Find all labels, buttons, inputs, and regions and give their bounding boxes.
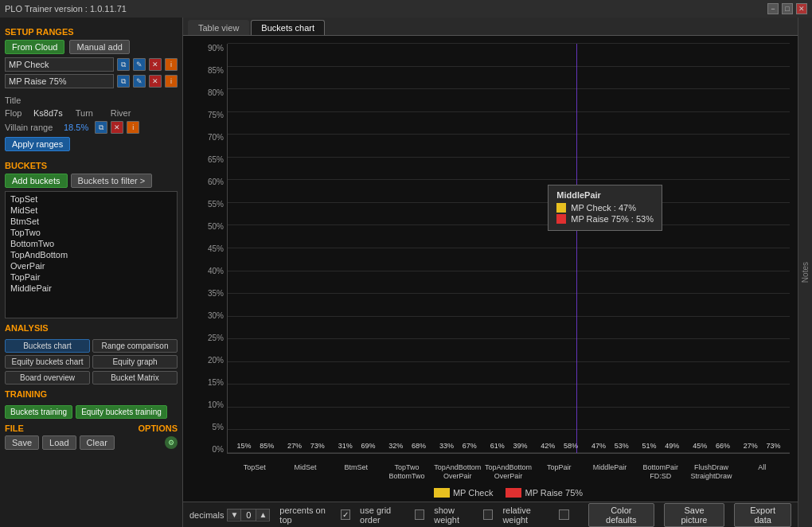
range2-info-icon[interactable]: i [165, 75, 178, 88]
villain-copy-icon[interactable]: ⧉ [95, 121, 107, 134]
y-label: 5% [213, 423, 224, 431]
bucket-bottomtwo[interactable]: BottomTwo [7, 238, 175, 249]
decimals-stepper[interactable]: ▼ 0 ▲ [227, 509, 270, 521]
y-label: 25% [208, 334, 224, 342]
y-label: 45% [208, 244, 224, 253]
bar-label-red: 58% [560, 442, 582, 450]
grid-order-item: use grid order [360, 506, 424, 525]
y-label: 50% [208, 222, 224, 231]
y-label: 30% [208, 311, 224, 320]
range-copy-icon[interactable]: ⧉ [117, 58, 130, 71]
y-label: 85% [208, 66, 224, 75]
minimize-button[interactable]: − [767, 3, 779, 14]
bucket-midset[interactable]: MidSet [7, 205, 175, 216]
y-label: 65% [208, 155, 224, 164]
y-label: 40% [208, 267, 224, 275]
range2-copy-icon[interactable]: ⧉ [117, 75, 130, 88]
range-edit-icon[interactable]: ✎ [133, 58, 146, 71]
equity-graph-button[interactable]: Equity graph [92, 355, 178, 369]
chart-legend: MP Check MP Raise 75% [227, 488, 790, 498]
relative-weight-item: relative weight [502, 506, 568, 525]
buckets-to-filter-button[interactable]: Buckets to filter > [71, 174, 153, 188]
bucket-topandbottom[interactable]: TopAndBottom [7, 249, 175, 260]
buckets-list: TopSet MidSet BtmSet TopTwo BottomTwo To… [5, 191, 178, 318]
y-label: 75% [208, 111, 224, 119]
export-data-button[interactable]: Export data [734, 503, 791, 527]
x-label: All [737, 463, 787, 482]
decimals-down[interactable]: ▼ [228, 509, 240, 520]
bar-label-yellow: 15% [233, 442, 256, 450]
range2-delete-icon[interactable]: ✕ [149, 75, 162, 88]
grid-order-checkbox[interactable] [415, 509, 424, 520]
percents-item: percents on top ✓ [279, 506, 350, 525]
maximize-button[interactable]: □ [782, 3, 793, 14]
percents-label: percents on top [279, 506, 337, 525]
bar-label-yellow: 47% [588, 442, 610, 450]
bucket-overpair[interactable]: OverPair [7, 260, 175, 271]
bar-label-red: 85% [256, 442, 278, 450]
show-weight-label: show weight [434, 506, 480, 525]
x-label: TopPair [534, 463, 584, 482]
clear-button[interactable]: Clear [80, 435, 115, 450]
equity-buckets-training-button[interactable]: Equity buckets training [76, 405, 167, 419]
decimals-up[interactable]: ▲ [256, 509, 269, 520]
buckets-title: BUCKETS [5, 161, 178, 170]
grid-order-label: use grid order [360, 506, 412, 525]
analysis-title: ANALYSIS [5, 323, 178, 333]
bucket-middlepair[interactable]: MiddlePair [7, 283, 175, 294]
range-comparison-button[interactable]: Range comparison [92, 339, 178, 353]
x-label: TopAndBottomOverPair [433, 463, 482, 482]
villain-delete-icon[interactable]: ✕ [111, 121, 123, 134]
manual-add-button[interactable]: Manual add [69, 40, 130, 54]
close-button[interactable]: ✕ [796, 3, 807, 14]
percents-checkbox[interactable]: ✓ [341, 509, 350, 520]
range2-edit-icon[interactable]: ✎ [133, 75, 146, 88]
sidebar-text: Notes [801, 262, 810, 283]
show-weight-checkbox[interactable] [483, 509, 493, 520]
file-title: FILE [5, 424, 24, 433]
bucket-btmset[interactable]: BtmSet [7, 216, 175, 227]
range-info-icon[interactable]: i [165, 58, 178, 71]
bar-label-red: 68% [408, 442, 430, 450]
options-icon[interactable]: ⚙ [165, 436, 178, 449]
y-label: 20% [208, 356, 224, 365]
bar-label-red: 67% [459, 442, 481, 450]
title-label: Title [5, 96, 21, 105]
equity-buckets-chart-button[interactable]: Equity buckets chart [5, 355, 90, 369]
save-picture-button[interactable]: Save picture [664, 503, 724, 527]
app-title: PLO Trainer version : 1.0.11.71 [5, 4, 127, 14]
relative-weight-label: relative weight [502, 506, 556, 525]
show-weight-item: show weight [434, 506, 493, 525]
bucket-toptwo[interactable]: TopTwo [7, 227, 175, 238]
x-label: BottomPairFD:SD [636, 463, 685, 482]
legend-red-box [506, 488, 521, 498]
save-button[interactable]: Save [5, 435, 39, 450]
bar-label-red: 69% [357, 442, 380, 450]
villain-info-icon[interactable]: i [127, 121, 139, 134]
bucket-toppair[interactable]: TopPair [7, 271, 175, 283]
buckets-chart-button[interactable]: Buckets chart [5, 339, 90, 353]
right-panel: Table view Buckets chart 90%85%80%75%70%… [183, 18, 798, 527]
bar-label-yellow: 33% [435, 442, 458, 450]
y-label: 15% [208, 378, 224, 387]
range-delete-icon[interactable]: ✕ [149, 58, 162, 71]
bucket-topset[interactable]: TopSet [7, 193, 175, 205]
buckets-training-button[interactable]: Buckets training [5, 405, 72, 419]
bar-label-yellow: 32% [385, 442, 408, 450]
bucket-matrix-button[interactable]: Bucket Matrix [92, 371, 178, 385]
bar-label-red: 66% [712, 442, 734, 450]
relative-weight-checkbox[interactable] [559, 509, 568, 520]
river-label: River [111, 108, 133, 118]
tab-buckets-chart[interactable]: Buckets chart [251, 20, 325, 35]
y-label: 90% [208, 44, 224, 53]
apply-ranges-button[interactable]: Apply ranges [5, 137, 70, 151]
board-overview-button[interactable]: Board overview [5, 371, 90, 385]
tab-table-view[interactable]: Table view [188, 20, 249, 35]
color-defaults-button[interactable]: Color defaults [588, 503, 654, 527]
x-label: BtmSet [331, 463, 381, 482]
from-cloud-button[interactable]: From Cloud [5, 40, 64, 54]
x-label: TopAndBottomOverPair [484, 463, 533, 482]
bar-label-yellow: 27% [740, 442, 762, 450]
add-buckets-button[interactable]: Add buckets [5, 174, 68, 188]
load-button[interactable]: Load [42, 435, 76, 450]
